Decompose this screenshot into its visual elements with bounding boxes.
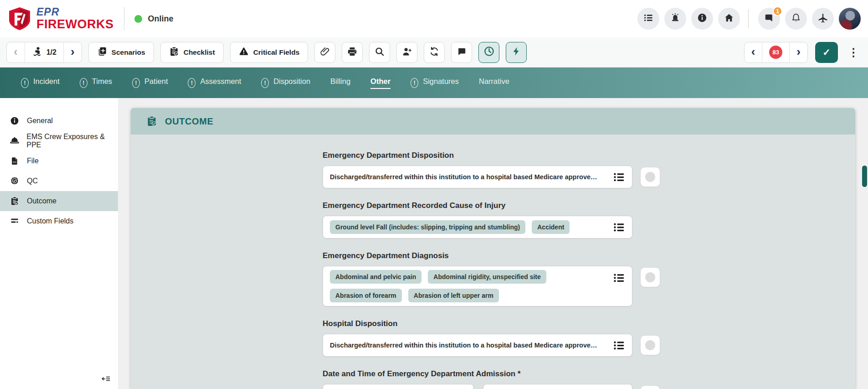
warning-triangle-icon bbox=[239, 47, 249, 58]
outcome-form: Emergency Department Disposition Dischar… bbox=[131, 135, 855, 389]
critical-fields-button[interactable]: Critical Fields bbox=[230, 42, 308, 63]
sidebar-item-file[interactable]: File bbox=[0, 151, 118, 171]
connection-status: Online bbox=[134, 14, 174, 24]
cause-of-injury-input[interactable]: Ground level Fall (includes: slipping, t… bbox=[323, 216, 632, 239]
sidebar-item-custom-fields[interactable]: Custom Fields bbox=[0, 211, 118, 231]
top-bar: EPR FIREWORKS Online bbox=[0, 0, 868, 37]
ed-diagnosis-input[interactable]: Abdominal and pelvic pain Abdominal rigi… bbox=[323, 266, 632, 306]
scrollbar-thumb[interactable] bbox=[862, 166, 867, 187]
hospital-disposition-input[interactable]: Discharged/transferred within this insti… bbox=[323, 334, 632, 357]
menu-list-button[interactable] bbox=[637, 8, 659, 30]
record-toolbar: ‹ 1/2 › Scenarios Checklist bbox=[0, 37, 868, 67]
tab-patient[interactable]: !Patient bbox=[132, 77, 168, 89]
quick-actions-button[interactable] bbox=[506, 42, 527, 63]
home-button[interactable] bbox=[718, 8, 740, 30]
warning-icon: ! bbox=[132, 78, 140, 88]
notifications-button[interactable] bbox=[785, 8, 807, 30]
time-log-button[interactable] bbox=[478, 42, 499, 63]
warning-icon: ! bbox=[261, 78, 269, 88]
comments-button[interactable] bbox=[451, 42, 472, 63]
app-logo: EPR FIREWORKS bbox=[7, 6, 114, 31]
warning-icon: ! bbox=[188, 78, 195, 88]
collapse-sidebar-button[interactable] bbox=[101, 374, 111, 385]
sidebar-item-label: QC bbox=[27, 177, 38, 185]
ed-admission-date-input[interactable]: 11/14/2025 bbox=[323, 384, 474, 389]
status-dot bbox=[645, 272, 655, 282]
siren-icon bbox=[670, 13, 680, 25]
previous-record-button[interactable]: ‹ bbox=[7, 42, 25, 62]
list-picker-icon[interactable] bbox=[613, 221, 625, 233]
patient-icon bbox=[32, 46, 43, 59]
alerts-button[interactable] bbox=[664, 8, 686, 30]
ed-disposition-value: Discharged/transferred within this insti… bbox=[330, 173, 597, 181]
scenarios-label: Scenarios bbox=[112, 48, 145, 57]
pdf-file-icon bbox=[10, 156, 20, 166]
warning-icon: ! bbox=[21, 78, 29, 88]
outcome-panel: OUTCOME Emergency Department Disposition… bbox=[131, 108, 855, 389]
list-picker-icon[interactable] bbox=[613, 339, 625, 352]
tab-other[interactable]: Other bbox=[370, 77, 390, 89]
sidebar-item-label: File bbox=[27, 157, 39, 165]
list-picker-icon[interactable] bbox=[613, 272, 625, 284]
field-ed-diagnosis: Emergency Department Diagnosis Abdominal… bbox=[323, 251, 855, 306]
tab-billing[interactable]: Billing bbox=[330, 77, 350, 89]
sidebar-item-general[interactable]: General bbox=[0, 111, 118, 131]
list-picker-icon[interactable] bbox=[613, 171, 625, 183]
clock-icon bbox=[483, 46, 495, 59]
checklist-button[interactable]: Checklist bbox=[160, 42, 224, 63]
next-issue-button[interactable]: › bbox=[789, 42, 807, 62]
section-nav-bar: !Incident !Times !Patient !Assessment !D… bbox=[0, 67, 868, 98]
save-confirm-button[interactable]: ✓ bbox=[815, 42, 838, 63]
field-status-toggle[interactable] bbox=[640, 267, 660, 287]
clipboard-check-icon bbox=[146, 116, 157, 127]
printer-icon bbox=[347, 47, 357, 58]
checklist-icon bbox=[169, 47, 179, 58]
ed-disposition-input[interactable]: Discharged/transferred within this insti… bbox=[323, 166, 632, 188]
chevron-right-icon: › bbox=[796, 46, 801, 59]
selected-value-chip[interactable]: Accident bbox=[532, 220, 570, 234]
transport-button[interactable] bbox=[812, 8, 834, 30]
tab-disposition[interactable]: !Disposition bbox=[261, 77, 310, 89]
attachments-button[interactable] bbox=[314, 42, 335, 63]
next-record-button[interactable]: › bbox=[63, 42, 82, 62]
selected-value-chip[interactable]: Abdominal rigidity, unspecified site bbox=[428, 270, 546, 284]
field-status-toggle[interactable] bbox=[640, 335, 660, 355]
scenarios-button[interactable]: Scenarios bbox=[88, 42, 154, 63]
validation-count[interactable]: 83 bbox=[762, 42, 789, 62]
field-label: Emergency Department Recorded Cause of I… bbox=[323, 201, 855, 210]
sync-button[interactable] bbox=[424, 42, 445, 63]
messages-button[interactable]: 1 bbox=[758, 8, 780, 30]
sidebar-item-ems-crew-exposures[interactable]: EMS Crew Exposures & PPE bbox=[0, 131, 118, 151]
selected-value-chip[interactable]: Abrasion of forearm bbox=[330, 289, 402, 302]
helmet-icon bbox=[10, 136, 19, 145]
chevron-right-icon: › bbox=[71, 46, 75, 59]
search-button[interactable] bbox=[369, 42, 390, 63]
field-status-toggle[interactable] bbox=[640, 167, 660, 187]
info-button[interactable] bbox=[691, 8, 713, 30]
tab-incident[interactable]: !Incident bbox=[21, 77, 60, 89]
online-status-dot bbox=[134, 15, 142, 23]
collapse-sidebar-icon bbox=[101, 377, 111, 385]
user-avatar[interactable] bbox=[839, 8, 861, 30]
ed-admission-time-input[interactable]: 15:02:09 bbox=[483, 384, 632, 389]
selected-value-chip[interactable]: Abdominal and pelvic pain bbox=[330, 270, 421, 284]
chat-bubble-icon bbox=[764, 13, 774, 25]
tab-times[interactable]: !Times bbox=[80, 77, 112, 89]
selected-value-chip[interactable]: Abrasion of left upper arm bbox=[408, 289, 499, 302]
field-status-toggle[interactable] bbox=[640, 385, 660, 389]
selected-value-chip[interactable]: Ground level Fall (includes: slipping, t… bbox=[330, 220, 525, 234]
previous-issue-button[interactable]: ‹ bbox=[745, 42, 762, 62]
chevron-left-icon: ‹ bbox=[14, 46, 18, 59]
add-crew-button[interactable] bbox=[396, 42, 417, 63]
record-pager[interactable]: 1/2 bbox=[25, 42, 63, 62]
sidebar-item-outcome[interactable]: Outcome bbox=[0, 191, 118, 211]
record-pager-control: ‹ 1/2 › bbox=[6, 42, 82, 63]
scrollbar-track[interactable] bbox=[855, 98, 868, 389]
tab-assessment[interactable]: !Assessment bbox=[188, 77, 241, 89]
sidebar-item-qc[interactable]: QC bbox=[0, 171, 118, 191]
warning-icon: ! bbox=[411, 78, 418, 88]
tab-signatures[interactable]: !Signatures bbox=[411, 77, 459, 89]
tab-narrative[interactable]: Narrative bbox=[479, 77, 509, 89]
more-options-button[interactable]: ⋮ bbox=[845, 46, 862, 59]
print-button[interactable] bbox=[342, 42, 363, 63]
